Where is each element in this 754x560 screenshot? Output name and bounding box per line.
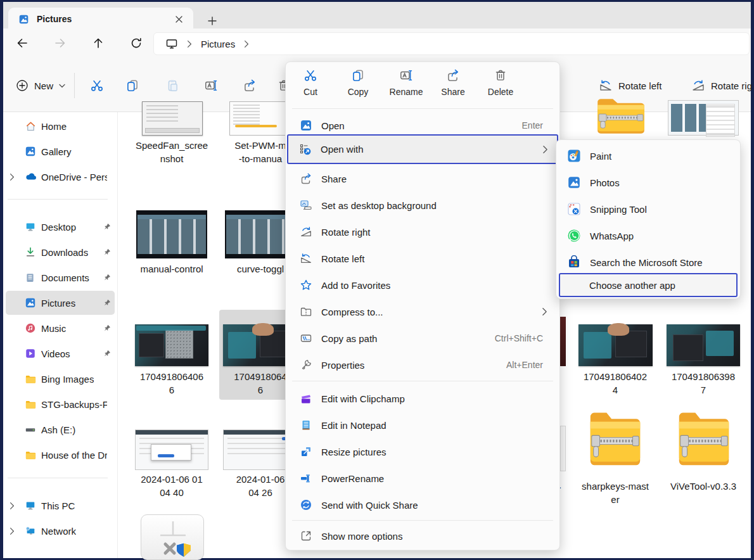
quick-copy-button[interactable]: Copy	[337, 68, 379, 105]
context-menu: Cut Copy Rename Share Delete Open Enter …	[285, 61, 560, 550]
quick-delete-button[interactable]: Delete	[480, 68, 521, 105]
file-thumbnail-zip-folder[interactable]	[592, 96, 650, 138]
menu-item-add-to-favorites[interactable]: Add to Favorites	[289, 272, 556, 298]
sidebar-item-ash-drive[interactable]: Ash (E:)	[6, 417, 115, 442]
resize-icon	[300, 445, 312, 458]
back-button[interactable]	[12, 33, 32, 53]
sidebar-item-videos[interactable]: Videos	[6, 341, 115, 366]
file-label[interactable]: ViVeTool-v0.3.3	[656, 480, 751, 493]
sidebar-item-stg-backups[interactable]: STG-backups-FF-1	[6, 392, 115, 416]
notepad-icon	[300, 419, 312, 431]
file-thumbnail-speedfan[interactable]	[142, 101, 203, 136]
rotate-left-icon	[599, 79, 613, 92]
menu-item-compress-to[interactable]: Compress to...	[289, 298, 556, 325]
address-bar[interactable]: Pictures	[153, 32, 750, 55]
sidebar-item-onedrive[interactable]: OneDrive - Person	[6, 165, 115, 189]
menu-item-properties[interactable]: Properties Alt+Enter	[289, 352, 556, 378]
sidebar-item-documents[interactable]: Documents	[6, 265, 115, 290]
sidebar-item-network[interactable]: Network	[6, 519, 115, 543]
menu-item-rotate-right[interactable]: Rotate right	[289, 219, 556, 245]
quick-cut-button[interactable]: Cut	[290, 68, 331, 105]
file-explorer-window: Pictures Pictures New nd	[0, 0, 754, 560]
submenu-chevron-icon	[542, 307, 547, 316]
sidebar-item-this-pc[interactable]: This PC	[6, 493, 115, 518]
file-thumbnail-zip-sharpkeys[interactable]	[584, 409, 646, 472]
up-button[interactable]	[88, 33, 108, 53]
partial-thumbnail-sliver	[560, 317, 566, 366]
snipping-tool-icon	[567, 202, 581, 216]
copy-button[interactable]	[120, 73, 145, 98]
menu-separator	[292, 381, 553, 381]
submenu-item-photos[interactable]: Photos	[559, 169, 738, 196]
paste-button[interactable]	[160, 73, 185, 98]
file-label[interactable]: sharpkeys-master	[568, 480, 663, 506]
expand-chevron-icon[interactable]	[10, 173, 15, 181]
submenu-chevron-icon	[542, 145, 548, 154]
rotate-right-icon	[300, 226, 312, 238]
submenu-item-paint[interactable]: Paint	[559, 143, 738, 169]
cut-button[interactable]	[84, 73, 110, 98]
menu-item-edit-with-clipchamp[interactable]: Edit with Clipchamp	[289, 385, 556, 412]
sidebar-item-downloads[interactable]: Downloads	[6, 240, 115, 264]
submenu-item-snipping-tool[interactable]: Snipping Tool	[559, 196, 738, 222]
menu-item-set-desktop-background[interactable]: Set as desktop background	[289, 192, 556, 219]
share-button[interactable]	[237, 73, 262, 98]
sidebar-item-pictures[interactable]: Pictures	[6, 291, 115, 315]
rename-button[interactable]	[198, 73, 224, 98]
sidebar-separator	[8, 478, 108, 478]
quick-rename-button[interactable]: Rename	[385, 68, 427, 105]
refresh-button[interactable]	[126, 33, 146, 53]
menu-item-powerrename[interactable]: PowerRename	[289, 465, 556, 492]
menu-separator	[292, 108, 553, 109]
file-thumbnail-remap-dialog[interactable]	[135, 430, 208, 470]
desktop-icon	[25, 221, 36, 232]
menu-item-edit-in-notepad[interactable]: Edit in Notepad	[289, 412, 556, 438]
sidebar-item-music[interactable]: Music	[6, 316, 115, 340]
file-thumbnail-set-pwm[interactable]	[229, 101, 290, 136]
menu-item-show-more-options[interactable]: Show more options	[289, 523, 556, 549]
file-thumbnail-zip-vivetool[interactable]	[673, 409, 735, 472]
tab-pictures[interactable]: Pictures	[8, 8, 193, 30]
downloads-icon	[25, 246, 36, 258]
menu-item-open-with[interactable]: Open with	[287, 134, 558, 164]
submenu-item-microsoft-store[interactable]: Search the Microsoft Store	[559, 249, 738, 276]
file-label[interactable]: 1704918063987	[656, 370, 751, 397]
file-label[interactable]: 1704918064024	[568, 370, 663, 397]
sidebar-item-house-of-the-dragon[interactable]: House of the Drag	[6, 443, 115, 467]
sidebar-item-bing-images[interactable]: Bing Images	[6, 367, 115, 391]
expand-chevron-icon[interactable]	[10, 527, 15, 535]
submenu-item-choose-another-app[interactable]: Choose another app	[559, 273, 738, 297]
file-thumbnail-screenshot[interactable]	[668, 100, 739, 136]
breadcrumb-pictures[interactable]: Pictures	[201, 39, 235, 49]
expand-chevron-icon[interactable]	[10, 502, 15, 510]
submenu-item-whatsapp[interactable]: WhatsApp	[559, 222, 738, 249]
file-thumbnail-sharpkeys-app[interactable]	[141, 514, 204, 560]
rotate-right-button[interactable]: Rotate rig	[691, 73, 752, 98]
file-label[interactable]: 1704918064066	[124, 370, 219, 397]
new-button[interactable]: New	[10, 72, 72, 99]
rotate-left-button[interactable]: Rotate left	[599, 73, 661, 98]
rotate-right-icon	[691, 79, 705, 92]
new-tab-button[interactable]	[205, 13, 220, 29]
breadcrumb-chevron-icon	[244, 40, 249, 48]
sidebar-item-desktop[interactable]: Desktop	[6, 215, 115, 239]
file-thumbnail-photo[interactable]	[578, 324, 653, 366]
file-thumbnail-photo[interactable]	[667, 324, 740, 366]
file-thumbnail-manual-control[interactable]	[136, 210, 207, 258]
file-thumbnail-photo[interactable]	[135, 324, 208, 366]
file-label[interactable]: SpeedFan_screenshot	[124, 139, 219, 165]
quick-share-button[interactable]: Share	[432, 68, 474, 105]
paint-icon	[567, 149, 581, 163]
menu-item-rotate-left[interactable]: Rotate left	[289, 245, 556, 272]
sidebar-item-home[interactable]: Home	[6, 114, 115, 138]
menu-item-copy-as-path[interactable]: Copy as path Ctrl+Shift+C	[289, 325, 556, 352]
menu-item-share[interactable]: Share	[289, 165, 556, 192]
file-label[interactable]: 2024-01-06 0104 40	[124, 473, 219, 499]
file-label[interactable]: manual-control	[124, 262, 219, 276]
forward-button[interactable]	[50, 33, 70, 53]
menu-item-resize-pictures[interactable]: Resize pictures	[289, 438, 556, 465]
sidebar-item-gallery[interactable]: Gallery	[6, 139, 115, 163]
menu-item-send-with-quick-share[interactable]: Send with Quick Share	[289, 492, 556, 518]
rotate-right-label: Rotate rig	[711, 80, 752, 91]
tab-close-icon[interactable]	[170, 11, 187, 27]
